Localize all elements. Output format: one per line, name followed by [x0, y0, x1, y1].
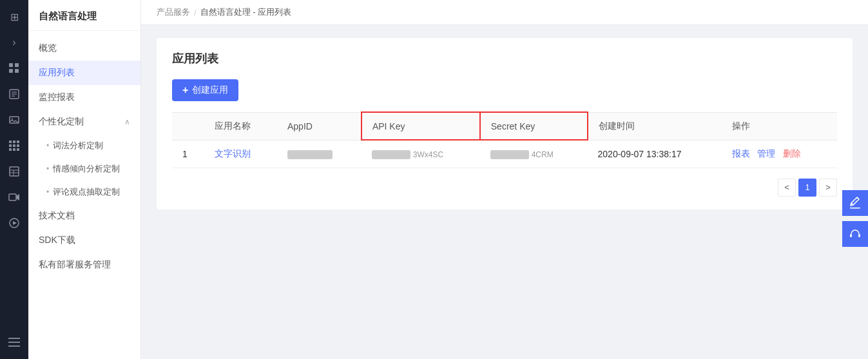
sidebar-item-overview[interactable]: 概览: [28, 36, 140, 61]
sidebar-group-customize[interactable]: 个性化定制 ∧: [28, 110, 140, 134]
edit-float-button[interactable]: [842, 190, 868, 216]
page-title: 应用列表: [172, 51, 837, 66]
sidebar-menu: 概览 应用列表 监控报表 个性化定制 ∧ 词法分析定制 情感倾向分析定制 评论观…: [28, 31, 140, 359]
sidebar-sub-sentiment[interactable]: 情感倾向分析定制: [28, 157, 140, 180]
svg-rect-1: [15, 63, 19, 67]
content-area: 应用列表 + 创建应用 应用名称 AppID API Key Secret: [141, 25, 868, 359]
pagination: < 1 >: [172, 168, 837, 197]
table-row: 1 文字识别 3Wx4SC: [172, 140, 837, 168]
svg-rect-10: [9, 141, 12, 143]
col-actions: 操作: [722, 112, 837, 140]
menu-icon[interactable]: [3, 331, 26, 354]
col-index: [172, 112, 204, 140]
sidebar-title: 自然语言处理: [28, 0, 140, 31]
row-appid: [277, 140, 362, 168]
play-icon[interactable]: [3, 211, 26, 235]
video-icon[interactable]: [3, 186, 26, 209]
apps-icon[interactable]: [3, 57, 26, 80]
col-secretkey: Secret Key: [480, 112, 588, 140]
row-actions: 报表 管理 删除: [722, 140, 837, 168]
grid-icon[interactable]: ⊞: [3, 5, 26, 28]
content-card: 应用列表 + 创建应用 应用名称 AppID API Key Secret: [157, 38, 853, 209]
create-button-label: 创建应用: [192, 84, 228, 96]
breadcrumb-product[interactable]: 产品服务: [157, 6, 190, 18]
plus-icon: +: [182, 84, 188, 96]
row-secretkey: 4CRM: [480, 140, 588, 168]
appid-blurred: [287, 150, 333, 159]
image-icon[interactable]: [3, 108, 26, 131]
page-next[interactable]: >: [819, 179, 837, 197]
svg-rect-11: [13, 141, 15, 143]
expand-icon[interactable]: ›: [3, 31, 26, 54]
svg-rect-19: [10, 167, 19, 176]
sidebar-item-sdk[interactable]: SDK下载: [28, 228, 140, 253]
svg-rect-3: [15, 69, 19, 73]
sidebar-item-app-list[interactable]: 应用列表: [28, 61, 140, 85]
sidebar-sub-lexical[interactable]: 词法分析定制: [28, 134, 140, 157]
main-content: 产品服务 / 自然语言处理 - 应用列表 应用列表 + 创建应用 应用名称 Ap…: [141, 0, 868, 359]
row-name: 文字识别: [204, 140, 277, 168]
svg-rect-12: [17, 141, 19, 143]
page-1[interactable]: 1: [798, 179, 816, 197]
chevron-up-icon: ∧: [124, 117, 130, 126]
svg-rect-30: [858, 234, 860, 237]
svg-rect-13: [9, 144, 12, 147]
secretkey-suffix: 4CRM: [532, 150, 554, 159]
create-app-button[interactable]: + 创建应用: [172, 79, 238, 101]
svg-rect-0: [9, 63, 13, 67]
sidebar-item-docs[interactable]: 技术文档: [28, 204, 140, 228]
svg-rect-2: [9, 69, 13, 73]
svg-rect-29: [850, 234, 852, 237]
svg-rect-15: [17, 144, 19, 147]
sidebar-item-monitor[interactable]: 监控报表: [28, 85, 140, 110]
col-name: 应用名称: [204, 112, 277, 140]
breadcrumb-current: 自然语言处理 - 应用列表: [200, 6, 292, 18]
svg-rect-28: [850, 208, 860, 209]
action-delete[interactable]: 删除: [783, 148, 801, 159]
apikey-blurred: [372, 150, 410, 159]
app-name-link[interactable]: 文字识别: [215, 148, 251, 159]
svg-rect-23: [9, 194, 16, 200]
sidebar-item-private[interactable]: 私有部署服务管理: [28, 253, 140, 277]
right-float-buttons: [842, 0, 868, 247]
col-created: 创建时间: [588, 112, 722, 140]
icon-bar: ⊞ ›: [0, 0, 28, 359]
breadcrumb: 产品服务 / 自然语言处理 - 应用列表: [141, 0, 868, 25]
row-created: 2020-09-07 13:38:17: [588, 140, 722, 168]
row-index: 1: [172, 140, 204, 168]
svg-point-9: [12, 119, 13, 120]
sidebar: 自然语言处理 概览 应用列表 监控报表 个性化定制 ∧ 词法分析定制 情感倾向分…: [28, 0, 141, 359]
breadcrumb-sep: /: [194, 8, 197, 17]
headset-float-button[interactable]: [842, 221, 868, 247]
svg-rect-18: [17, 148, 19, 151]
page-prev[interactable]: <: [778, 179, 796, 197]
apikey-suffix: 3Wx4SC: [413, 150, 443, 159]
svg-rect-16: [9, 148, 12, 151]
app-table: 应用名称 AppID API Key Secret Key 创建时间 操作: [172, 112, 837, 168]
row-apikey: 3Wx4SC: [362, 140, 480, 168]
svg-rect-14: [13, 144, 15, 147]
col-apikey: API Key: [362, 112, 480, 140]
svg-rect-17: [13, 148, 15, 151]
table2-icon[interactable]: [3, 160, 26, 183]
action-manage[interactable]: 管理: [757, 148, 775, 159]
grid3-icon[interactable]: [3, 134, 26, 157]
sidebar-sub-comment[interactable]: 评论观点抽取定制: [28, 180, 140, 204]
book-icon[interactable]: [3, 82, 26, 106]
action-report[interactable]: 报表: [732, 148, 750, 159]
secretkey-blurred: [490, 150, 529, 159]
col-appid: AppID: [277, 112, 362, 140]
